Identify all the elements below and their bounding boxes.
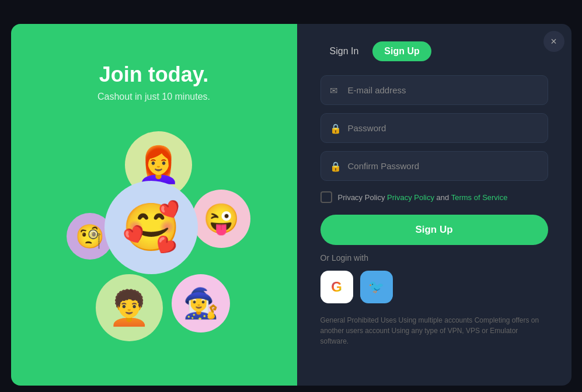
terms-link[interactable]: Terms of Service	[451, 193, 508, 202]
privacy-policy-link[interactable]: Privacy Policy	[387, 193, 434, 202]
avatar-right-top: 😜	[192, 190, 250, 248]
tabs: Sign In Sign Up	[320, 41, 548, 61]
confirm-password-icon: 🔒	[330, 160, 341, 172]
avatars-container: 🥰 👩‍🦰 🧐 😜 🧑‍🦱 🧙‍♀️	[55, 125, 253, 347]
confirm-password-input-group: 🔒	[320, 151, 548, 181]
modal: Join today. Cashout in just 10 minutes. …	[11, 24, 571, 386]
modal-overlay: Join today. Cashout in just 10 minutes. …	[0, 0, 582, 392]
disclaimer-text: General Prohibited Uses Using multiple a…	[320, 315, 548, 346]
password-input-group: 🔒	[320, 113, 548, 143]
left-title: Join today.	[99, 62, 208, 87]
google-login-button[interactable]: G	[320, 271, 353, 303]
social-buttons: G 🐦	[320, 271, 548, 303]
google-icon: G	[331, 279, 342, 295]
confirm-password-input[interactable]	[320, 151, 548, 181]
twitter-login-button[interactable]: 🐦	[360, 271, 393, 303]
email-input-group: ✉	[320, 75, 548, 105]
signup-button[interactable]: Sign Up	[320, 215, 548, 245]
privacy-and-label: and	[437, 193, 449, 202]
right-panel: × Sign In Sign Up ✉ 🔒 🔒 Privacy Pol	[297, 24, 571, 386]
avatar-bottom-right: 🧙‍♀️	[172, 274, 230, 332]
tab-signin[interactable]: Sign In	[320, 41, 368, 61]
left-subtitle: Cashout in just 10 minutes.	[97, 92, 210, 102]
avatar-center: 🥰	[104, 181, 198, 274]
password-icon: 🔒	[330, 123, 341, 134]
left-panel: Join today. Cashout in just 10 minutes. …	[11, 24, 297, 386]
password-input[interactable]	[320, 113, 548, 143]
privacy-text: Privacy Policy Privacy Policy and Terms …	[338, 193, 508, 202]
twitter-icon: 🐦	[368, 279, 384, 295]
privacy-row: Privacy Policy Privacy Policy and Terms …	[320, 191, 548, 203]
privacy-checkbox[interactable]	[320, 191, 332, 203]
close-button[interactable]: ×	[543, 31, 564, 52]
tab-signup[interactable]: Sign Up	[372, 41, 431, 61]
email-input[interactable]	[320, 75, 548, 105]
privacy-pre-label: Privacy Policy	[338, 193, 385, 202]
avatar-bottom-left: 🧑‍🦱	[96, 274, 163, 341]
or-login-text: Or Login with	[320, 253, 548, 262]
email-icon: ✉	[330, 85, 337, 96]
